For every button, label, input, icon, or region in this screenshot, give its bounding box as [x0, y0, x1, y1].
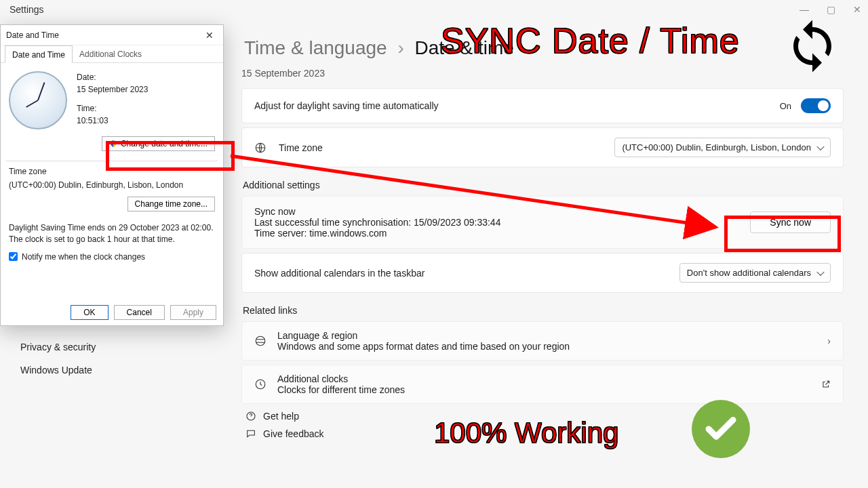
apply-button[interactable]: Apply	[170, 305, 216, 320]
calendars-label: Show additional calendars in the taskbar	[254, 268, 425, 279]
time-key: Time:	[77, 102, 148, 115]
maximize-button[interactable]: ▢	[827, 4, 835, 15]
language-sub: Windows and some apps format dates and t…	[277, 341, 570, 352]
additional-clocks-link[interactable]: Additional clocks Clocks for different t…	[241, 365, 844, 404]
analog-clock-icon	[9, 71, 67, 129]
notify-checkbox[interactable]	[9, 252, 18, 261]
notify-label: Notify me when the clock changes	[22, 252, 145, 262]
additional-heading: Additional settings	[243, 180, 844, 190]
date-value: 15 September 2023	[77, 83, 148, 96]
ok-button[interactable]: OK	[71, 305, 108, 320]
clock-icon	[254, 378, 267, 390]
check-overlay-icon	[692, 400, 750, 458]
change-date-time-button[interactable]: Change date and time...	[102, 136, 215, 151]
sync-title: Sync now	[254, 206, 500, 217]
time-value: 10:51:03	[77, 115, 148, 127]
additional-clocks-title: Additional clocks	[277, 373, 405, 384]
svg-point-1	[256, 336, 265, 346]
get-help-link[interactable]: Get help	[245, 411, 844, 422]
dst-state-text: On	[780, 101, 791, 111]
tab-date-and-time[interactable]: Date and Time	[5, 45, 73, 63]
timezone-label: Time zone	[279, 142, 323, 153]
help-icon	[245, 411, 256, 422]
language-region-link[interactable]: Language & region Windows and some apps …	[241, 321, 844, 361]
breadcrumb: Time & language › Date & time	[244, 37, 514, 59]
additional-clocks-sub: Clocks for different time zones	[277, 384, 405, 395]
window-controls: — ▢ ✕	[800, 4, 861, 15]
timezone-row: Time zone (UTC+00:00) Dublin, Edinburgh,…	[241, 127, 844, 167]
dialog-title: Date and Time	[6, 30, 59, 40]
language-title: Language & region	[277, 330, 570, 341]
sync-last: Last successful time synchronisation: 15…	[254, 217, 500, 228]
dst-toggle[interactable]	[801, 98, 831, 113]
page-date: 15 September 2023	[241, 68, 325, 79]
give-feedback-link[interactable]: Give feedback	[245, 428, 844, 439]
dialog-tabs: Date and Time Additional Clocks	[1, 45, 223, 63]
breadcrumb-parent[interactable]: Time & language	[244, 37, 387, 58]
sync-now-button[interactable]: Sync now	[750, 211, 831, 233]
notify-checkbox-row[interactable]: Notify me when the clock changes	[9, 252, 215, 262]
sync-server: Time server: time.windows.com	[254, 228, 500, 239]
breadcrumb-current: Date & time	[415, 37, 514, 58]
globe-icon	[254, 142, 267, 154]
external-link-icon	[821, 380, 831, 389]
feedback-icon	[245, 428, 256, 439]
minimize-button[interactable]: —	[800, 4, 809, 15]
language-icon	[254, 335, 267, 347]
close-button[interactable]: ✕	[853, 4, 861, 15]
related-heading: Related links	[243, 305, 844, 316]
date-time-dialog: Date and Time ✕ Date and Time Additional…	[0, 24, 224, 326]
chevron-right-icon: ›	[397, 37, 403, 58]
give-feedback-label: Give feedback	[263, 428, 324, 439]
dialog-titlebar: Date and Time ✕	[1, 25, 223, 45]
content-column: Adjust for daylight saving time automati…	[241, 88, 844, 439]
cancel-button[interactable]: Cancel	[114, 305, 165, 320]
tab-additional-clocks[interactable]: Additional Clocks	[73, 45, 149, 62]
dst-note: Daylight Saving Time ends on 29 October …	[9, 222, 215, 245]
tz-heading: Time zone	[9, 167, 215, 176]
dialog-close-button[interactable]: ✕	[201, 30, 218, 41]
get-help-label: Get help	[263, 411, 299, 422]
shield-icon	[109, 140, 117, 148]
calendars-row: Show additional calendars in the taskbar…	[241, 253, 844, 293]
sync-overlay-icon	[784, 18, 841, 75]
timezone-select[interactable]: (UTC+00:00) Dublin, Edinburgh, Lisbon, L…	[614, 138, 831, 157]
dst-label: Adjust for daylight saving time automati…	[254, 100, 439, 111]
sidebar: Privacy & security Windows Update	[20, 342, 96, 375]
tz-value: (UTC+00:00) Dublin, Edinburgh, Lisbon, L…	[9, 180, 215, 190]
chevron-right-icon: ›	[827, 336, 831, 346]
sidebar-item-privacy[interactable]: Privacy & security	[20, 342, 96, 352]
change-timezone-button[interactable]: Change time zone...	[127, 197, 215, 211]
calendars-select[interactable]: Don't show additional calendars	[679, 263, 831, 283]
dst-row: Adjust for daylight saving time automati…	[241, 88, 844, 123]
date-key: Date:	[77, 71, 148, 83]
app-title: Settings	[9, 4, 44, 15]
sync-row: Sync now Last successful time synchronis…	[241, 196, 844, 249]
sidebar-item-update[interactable]: Windows Update	[20, 365, 96, 375]
